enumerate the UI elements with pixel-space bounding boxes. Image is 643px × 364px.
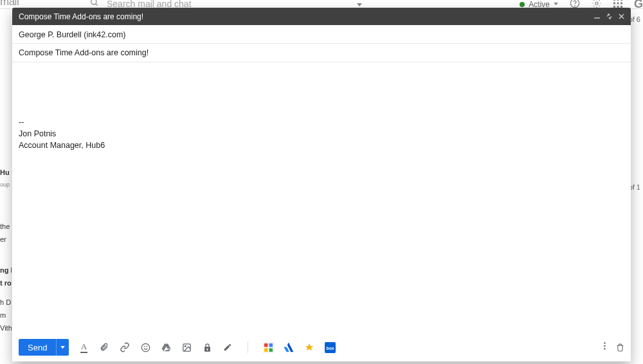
svg-rect-5 <box>613 0 615 1</box>
compose-dialog: Compose Time Add-ons are coming! George … <box>12 8 631 361</box>
pen-icon[interactable] <box>222 341 233 353</box>
svg-rect-8 <box>613 3 615 5</box>
send-button[interactable]: Send <box>19 339 56 356</box>
drive-icon[interactable] <box>160 341 172 353</box>
svg-point-29 <box>604 342 605 343</box>
toolbar-divider <box>248 341 248 353</box>
fullscreen-icon[interactable] <box>606 13 612 21</box>
addon-atlassian-icon[interactable] <box>283 341 294 353</box>
subject-field[interactable]: Compose Time Add-ons are coming! <box>12 44 631 62</box>
status-dot-icon <box>520 2 525 7</box>
svg-rect-24 <box>269 343 273 347</box>
svg-rect-25 <box>264 348 268 352</box>
send-options-button[interactable] <box>56 339 69 356</box>
svg-rect-14 <box>594 17 600 18</box>
recipient-field[interactable]: George P. Burdell (ink42.com) <box>12 25 631 44</box>
svg-point-21 <box>185 345 186 347</box>
recipient-value: George P. Burdell (ink42.com) <box>19 30 126 39</box>
confidential-icon[interactable] <box>201 341 213 353</box>
compose-title: Compose Time Add-ons are coming! <box>19 12 143 21</box>
svg-point-30 <box>604 345 605 347</box>
compose-header: Compose Time Add-ons are coming! <box>12 8 631 25</box>
subject-value: Compose Time Add-ons are coming! <box>19 48 149 57</box>
close-icon[interactable] <box>619 13 624 21</box>
signature-title: Account Manager, Hub6 <box>19 140 624 151</box>
addon-1-icon[interactable] <box>262 341 274 353</box>
link-icon[interactable] <box>119 341 131 353</box>
svg-point-19 <box>147 346 147 347</box>
message-body[interactable]: -- Jon Potnis Account Manager, Hub6 <box>12 62 631 333</box>
compose-toolbar: Send A <box>12 333 631 361</box>
svg-point-4 <box>595 2 598 5</box>
svg-point-3 <box>575 6 575 6</box>
svg-point-18 <box>144 346 145 347</box>
svg-text:box: box <box>326 345 334 350</box>
discard-icon[interactable] <box>616 343 624 352</box>
account-icon[interactable]: G <box>634 0 643 9</box>
photo-icon[interactable] <box>181 341 192 353</box>
addon-3-icon[interactable] <box>303 341 315 353</box>
svg-line-1 <box>96 4 98 6</box>
minimize-icon[interactable] <box>594 13 600 21</box>
addon-box-icon[interactable]: box <box>324 341 336 353</box>
svg-rect-26 <box>269 348 273 352</box>
emoji-icon[interactable] <box>140 341 151 353</box>
svg-rect-10 <box>620 3 622 5</box>
formatting-icon[interactable]: A <box>78 341 89 353</box>
signature-name: Jon Potnis <box>19 128 624 140</box>
signature-dashes: -- <box>19 116 624 128</box>
svg-point-17 <box>141 343 150 352</box>
svg-point-31 <box>604 348 605 349</box>
svg-rect-9 <box>617 3 619 5</box>
attach-icon[interactable] <box>98 341 110 353</box>
svg-rect-7 <box>620 0 622 1</box>
more-options-icon[interactable] <box>604 341 606 353</box>
svg-rect-23 <box>264 343 268 347</box>
svg-rect-6 <box>617 0 619 1</box>
bg-side-snippets: Hu oup the H er ng P t ro h D m Vith <box>0 45 12 336</box>
